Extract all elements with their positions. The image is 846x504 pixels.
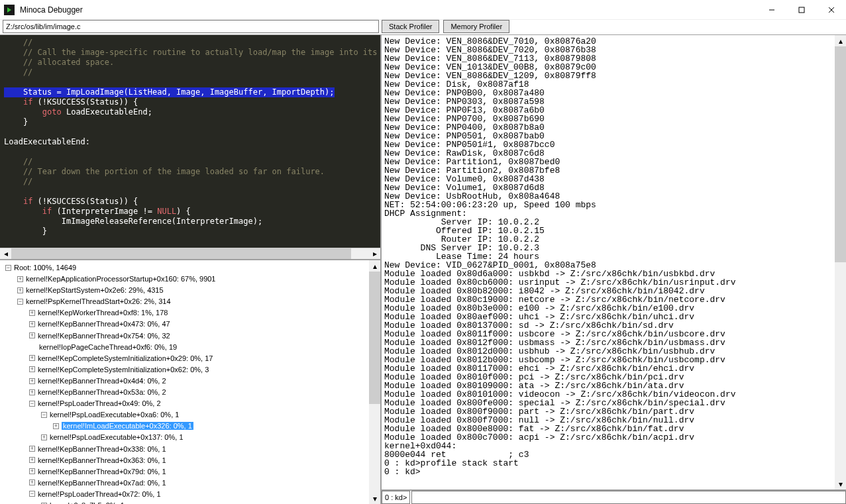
tree-toggle-icon[interactable]: + [29,366,35,372]
tree-node[interactable]: +kernel!KepApplicationProcessorStartup+0… [0,273,380,284]
tree-node[interactable]: +kernel!KepBannerThread+0x7ad: 0%, 1 [0,477,380,488]
command-prompt-row: 0 : kd> [382,489,846,504]
tree-node[interactable]: +kernel!KepCompleteSystemInitialization+… [0,364,380,375]
current-line: Status = ImpLoadImage(ListHead, Image, I… [4,87,335,97]
tree-toggle-icon[interactable]: + [53,423,59,429]
tree-toggle-icon[interactable]: + [29,446,35,452]
tree-toggle-icon[interactable]: − [41,412,47,418]
scroll-down-icon[interactable]: ▾ [369,493,380,504]
close-button[interactable] [816,0,846,20]
tree-toggle-icon[interactable]: + [17,276,23,282]
tree-toggle-icon[interactable]: + [17,287,23,293]
svg-rect-2 [799,7,804,13]
tree-toggle-icon[interactable]: + [29,321,35,327]
tree-node[interactable]: −kernel!PspLoadExecutable+0xa6: 0%, 1 [0,409,380,420]
profiler-tree: −Root: 100%, 14649+kernel!KepApplication… [0,260,380,504]
memory-profiler-button[interactable]: Memory Profiler [443,20,509,33]
tree-node[interactable]: +kernel!KepBannerThread+0x754: 0%, 32 [0,330,380,341]
tree-toggle-icon[interactable]: + [29,332,35,338]
console-output[interactable]: New Device: VEN_8086&DEV_7010, 0x80876a2… [382,35,846,489]
tree-node[interactable]: +kernel!ImLoadExecutable+0x326: 0%, 1 [0,420,380,431]
tree-node[interactable]: +kernel!KepStartSystem+0x2e6: 29%, 4315 [0,284,380,295]
prompt-label: 0 : kd> [382,491,410,504]
tree-node[interactable]: +kernel!KepBannerThread+0x338: 0%, 1 [0,443,380,454]
tree-toggle-icon[interactable]: + [29,355,35,361]
maximize-icon [798,7,805,13]
tree-node[interactable]: +kernel!KepBannerThread+0x4d4: 0%, 2 [0,375,380,386]
tree-node[interactable]: +kernel+0x8e7b5: 0%, 1 [0,499,380,504]
right-panel: New Device: VEN_8086&DEV_7010, 0x80876a2… [382,35,846,504]
tree-toggle-icon[interactable]: + [29,457,35,463]
code-editor[interactable]: // // Call the image-specific routine to… [0,35,380,248]
svg-marker-0 [7,7,11,13]
titlebar: Minoca Debugger [0,0,846,20]
tree-node[interactable]: kernel!IopPageCacheThread+0xf6: 0%, 19 [0,341,380,352]
source-view: // // Call the image-specific routine to… [0,35,380,260]
console-wrap: New Device: VEN_8086&DEV_7010, 0x80876a2… [382,35,846,489]
left-panel: // // Call the image-specific routine to… [0,35,382,504]
scroll-down-icon[interactable]: ▾ [835,478,846,489]
source-path-input[interactable] [3,20,379,33]
toolbar: Stack Profiler Memory Profiler [0,20,846,34]
scroll-left-icon[interactable]: ◂ [0,248,11,260]
scroll-right-icon[interactable]: ▸ [369,248,380,260]
scroll-thumb[interactable] [11,248,351,259]
minimize-icon [768,7,775,13]
tree-toggle-icon[interactable]: − [5,265,11,271]
tree-node[interactable]: +kernel!KepBannerThread+0x363: 0%, 1 [0,454,380,466]
scroll-thumb[interactable] [835,46,846,262]
tree-toggle-icon[interactable]: + [29,310,35,316]
tree-node[interactable]: −kernel!PspLoaderThread+0x49: 0%, 2 [0,397,380,409]
tree-node[interactable]: +kernel!KepBannerThread+0x473: 0%, 47 [0,318,380,329]
scroll-up-icon[interactable]: ▴ [835,35,846,46]
tree-toggle-icon[interactable]: + [41,434,47,440]
scroll-up-icon[interactable]: ▴ [369,260,380,272]
window-title: Minoca Debugger [20,5,83,15]
tree-toggle-icon[interactable]: − [29,401,35,407]
tree-vertical-scrollbar[interactable]: ▴ ▾ [369,260,380,504]
tree-toggle-icon[interactable]: + [29,378,35,384]
app-icon [4,5,15,15]
minimize-button[interactable] [757,0,786,20]
maximize-button[interactable] [786,0,816,20]
tree-toggle-icon[interactable]: + [29,389,35,395]
tree-node[interactable]: +kernel!PspLoadExecutable+0x137: 0%, 1 [0,431,380,442]
tree-toggle-icon[interactable]: − [17,299,23,305]
main-area: // // Call the image-specific routine to… [0,34,846,504]
tree-node[interactable]: +kernel!KepCompleteSystemInitialization+… [0,352,380,364]
code-horizontal-scrollbar[interactable]: ◂ ▸ [0,248,380,259]
close-icon [828,7,835,13]
tree-root-node[interactable]: −Root: 100%, 14649 [0,262,380,273]
tree-node[interactable]: −kernel!PspLoaderThread+0x72: 0%, 1 [0,488,380,499]
tree-node[interactable]: +kernel!KepBannerThread+0x53a: 0%, 2 [0,386,380,397]
command-input[interactable] [411,491,846,504]
tree-node[interactable]: −kernel!PspKernelThreadStart+0x26: 2%, 3… [0,295,380,307]
tree-toggle-icon[interactable]: − [29,491,35,497]
scroll-thumb[interactable] [369,272,380,404]
stack-profiler-button[interactable]: Stack Profiler [382,20,439,33]
tree-node[interactable]: +kernel!KepBannerThread+0x79d: 0%, 1 [0,466,380,477]
tree-node[interactable]: +kernel!KepWorkerThread+0xf8: 1%, 178 [0,307,380,318]
tree-toggle-icon[interactable]: + [29,479,35,485]
console-vertical-scrollbar[interactable]: ▴ ▾ [835,35,846,489]
tree-toggle-icon[interactable]: + [29,468,35,474]
